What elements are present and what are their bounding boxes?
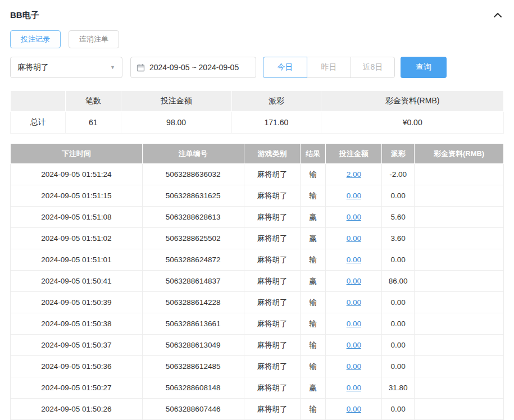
table-row: 2024-09-05 01:51:08 5063288628613 麻将胡了 赢… xyxy=(11,207,504,228)
header-payout: 派彩 xyxy=(382,144,415,164)
cell-payout: 0.00 xyxy=(382,356,415,377)
cell-result: 赢 xyxy=(301,228,326,249)
table-row: 2024-09-05 01:50:41 5063288614837 麻将胡了 赢… xyxy=(11,271,504,292)
cell-order-number: 5063288613049 xyxy=(142,335,244,356)
summary-total-payout: 171.60 xyxy=(231,112,321,134)
cell-result: 输 xyxy=(301,399,326,420)
collapse-chevron-up-icon[interactable] xyxy=(492,11,504,20)
cell-bet-amount: 0.00 xyxy=(326,377,382,399)
cell-payout: 0.00 xyxy=(382,185,415,207)
summary-total-label: 总计 xyxy=(11,112,66,134)
header-game-type: 游戏类别 xyxy=(244,144,301,164)
calendar-icon xyxy=(137,63,145,72)
cell-game-type: 麻将胡了 xyxy=(244,185,301,207)
yesterday-button[interactable]: 昨日 xyxy=(307,57,351,78)
cell-result: 赢 xyxy=(301,271,326,292)
filter-bar: 麻将胡了 ▼ 2024-09-05 ~ 2024-09-05 今日 昨日 近8日… xyxy=(10,57,504,78)
cell-payout: 86.00 xyxy=(382,271,415,292)
summary-header-bonus: 彩金资料(RMB) xyxy=(321,91,504,112)
cell-bet-amount: 0.00 xyxy=(326,335,382,356)
cell-result: 输 xyxy=(301,185,326,207)
bet-amount-link[interactable]: 0.00 xyxy=(347,341,361,349)
cell-game-type: 麻将胡了 xyxy=(244,271,301,292)
summary-table: 笔数 投注金额 派彩 彩金资料(RMB) 总计 61 98.00 171.60 … xyxy=(10,90,504,134)
cell-order-number: 5063288614837 xyxy=(142,271,244,292)
table-row: 2024-09-05 01:51:24 5063288636032 麻将胡了 输… xyxy=(11,164,504,185)
cell-result: 输 xyxy=(301,313,326,335)
bet-amount-link[interactable]: 0.00 xyxy=(347,362,361,371)
last-8-days-button[interactable]: 近8日 xyxy=(351,57,395,78)
bet-amount-link[interactable]: 0.00 xyxy=(347,191,361,200)
bet-amount-link[interactable]: 2.00 xyxy=(347,170,361,179)
cell-game-type: 麻将胡了 xyxy=(244,356,301,377)
query-button[interactable]: 查询 xyxy=(401,57,447,78)
cell-order-number: 5063288614228 xyxy=(142,292,244,313)
cell-bonus xyxy=(415,313,504,335)
bet-amount-link[interactable]: 0.00 xyxy=(347,213,361,221)
bet-amount-link[interactable]: 0.00 xyxy=(347,298,361,307)
cell-bonus xyxy=(415,292,504,313)
cell-bonus xyxy=(415,207,504,228)
table-row: 2024-09-05 01:51:15 5063288631625 麻将胡了 输… xyxy=(11,185,504,207)
cell-payout: 0.00 xyxy=(382,313,415,335)
cell-game-type: 麻将胡了 xyxy=(244,335,301,356)
tab-betting-records[interactable]: 投注记录 xyxy=(10,30,61,48)
summary-header-bet-amount: 投注金额 xyxy=(121,91,231,112)
today-button[interactable]: 今日 xyxy=(263,57,307,78)
cell-bet-time: 2024-09-05 01:51:15 xyxy=(11,185,143,207)
cell-bonus xyxy=(415,228,504,249)
cell-bet-amount: 0.00 xyxy=(326,356,382,377)
cell-bet-time: 2024-09-05 01:51:01 xyxy=(11,249,143,271)
summary-total-bet-amount: 98.00 xyxy=(121,112,231,134)
table-row: 2024-09-05 01:51:01 5063288624872 麻将胡了 输… xyxy=(11,249,504,271)
cell-result: 赢 xyxy=(301,377,326,399)
cell-order-number: 5063288607446 xyxy=(142,399,244,420)
cell-payout: 0.00 xyxy=(382,399,415,420)
cell-bonus xyxy=(415,164,504,185)
cell-bet-time: 2024-09-05 01:50:39 xyxy=(11,292,143,313)
records-tbody: 2024-09-05 01:51:24 5063288636032 麻将胡了 输… xyxy=(11,164,504,420)
cell-payout: 0.00 xyxy=(382,249,415,271)
cell-bet-amount: 0.00 xyxy=(326,207,382,228)
cell-bet-amount: 0.00 xyxy=(326,271,382,292)
panel-header: BB电子 xyxy=(10,7,504,24)
cell-game-type: 麻将胡了 xyxy=(244,313,301,335)
cell-order-number: 5063288625502 xyxy=(142,228,244,249)
bet-amount-link[interactable]: 0.00 xyxy=(347,405,361,413)
cell-result: 输 xyxy=(301,292,326,313)
bet-amount-link[interactable]: 0.00 xyxy=(347,234,361,243)
table-row: 2024-09-05 01:50:27 5063288608148 麻将胡了 赢… xyxy=(11,377,504,399)
cell-bonus xyxy=(415,399,504,420)
cell-result: 输 xyxy=(301,335,326,356)
cell-payout: 0.00 xyxy=(382,292,415,313)
cell-game-type: 麻将胡了 xyxy=(244,292,301,313)
records-header-row: 下注时间 注单编号 游戏类别 结果 投注金额 派彩 彩金资料(RMB) xyxy=(11,144,504,164)
cell-game-type: 麻将胡了 xyxy=(244,377,301,399)
cell-order-number: 5063288636032 xyxy=(142,164,244,185)
game-type-select[interactable]: 麻将胡了 ▼ xyxy=(10,57,122,78)
date-range-picker[interactable]: 2024-09-05 ~ 2024-09-05 xyxy=(130,57,256,78)
table-row: 2024-09-05 01:50:39 5063288614228 麻将胡了 输… xyxy=(11,292,504,313)
cell-bet-amount: 0.00 xyxy=(326,292,382,313)
cell-bet-amount: 0.00 xyxy=(326,249,382,271)
summary-header-row: 笔数 投注金额 派彩 彩金资料(RMB) xyxy=(11,91,504,112)
cell-bonus xyxy=(415,271,504,292)
cell-bet-time: 2024-09-05 01:51:24 xyxy=(11,164,143,185)
table-row: 2024-09-05 01:50:26 5063288607446 麻将胡了 输… xyxy=(11,399,504,420)
summary-header-payout: 派彩 xyxy=(231,91,321,112)
date-range-value: 2024-09-05 ~ 2024-09-05 xyxy=(149,63,239,72)
cell-order-number: 5063288631625 xyxy=(142,185,244,207)
record-type-tabs: 投注记录 连消注单 xyxy=(10,30,504,48)
header-bonus: 彩金资料(RMB) xyxy=(415,144,504,164)
summary-header-count: 笔数 xyxy=(65,91,121,112)
bet-amount-link[interactable]: 0.00 xyxy=(347,277,361,285)
tab-cancelled-orders[interactable]: 连消注单 xyxy=(69,30,119,48)
table-row: 2024-09-05 01:51:02 5063288625502 麻将胡了 赢… xyxy=(11,228,504,249)
cell-order-number: 5063288613661 xyxy=(142,313,244,335)
header-result: 结果 xyxy=(301,144,326,164)
bet-amount-link[interactable]: 0.00 xyxy=(347,255,361,264)
bet-amount-link[interactable]: 0.00 xyxy=(347,384,361,392)
cell-result: 赢 xyxy=(301,207,326,228)
bet-amount-link[interactable]: 0.00 xyxy=(347,319,361,328)
cell-game-type: 麻将胡了 xyxy=(244,164,301,185)
